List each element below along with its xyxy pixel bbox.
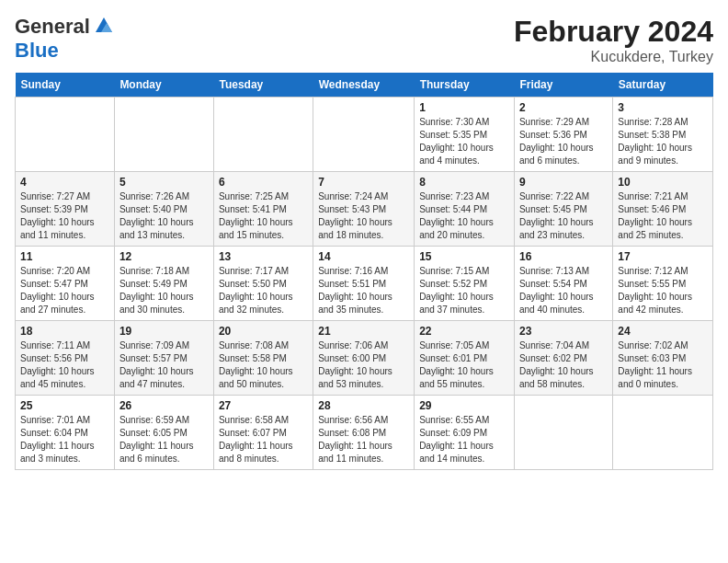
day-info: Sunrise: 7:05 AM Sunset: 6:01 PM Dayligh…: [419, 339, 509, 391]
calendar-cell: 6Sunrise: 7:25 AM Sunset: 5:41 PM Daylig…: [213, 172, 313, 247]
day-info: Sunrise: 6:55 AM Sunset: 6:09 PM Dayligh…: [419, 414, 509, 465]
day-info: Sunrise: 7:08 AM Sunset: 5:58 PM Dayligh…: [219, 339, 308, 391]
day-number: 7: [318, 176, 409, 189]
day-number: 5: [119, 176, 209, 189]
day-number: 25: [20, 399, 109, 412]
calendar-cell: [114, 98, 213, 172]
calendar-week-2: 4Sunrise: 7:27 AM Sunset: 5:39 PM Daylig…: [16, 172, 713, 247]
calendar-cell: 24Sunrise: 7:02 AM Sunset: 6:03 PM Dayli…: [613, 321, 713, 396]
calendar-cell: 20Sunrise: 7:08 AM Sunset: 5:58 PM Dayli…: [213, 321, 313, 396]
header-day-wednesday: Wednesday: [313, 73, 415, 98]
day-number: 12: [119, 250, 209, 263]
day-number: 2: [519, 101, 608, 114]
calendar-cell: 28Sunrise: 6:56 AM Sunset: 6:08 PM Dayli…: [313, 396, 415, 470]
day-info: Sunrise: 7:30 AM Sunset: 5:35 PM Dayligh…: [419, 116, 509, 167]
day-info: Sunrise: 7:29 AM Sunset: 5:36 PM Dayligh…: [519, 116, 608, 167]
day-number: 26: [119, 399, 209, 412]
header-day-tuesday: Tuesday: [213, 73, 313, 98]
calendar-table: SundayMondayTuesdayWednesdayThursdayFrid…: [15, 73, 713, 470]
day-info: Sunrise: 7:28 AM Sunset: 5:38 PM Dayligh…: [618, 116, 708, 167]
calendar-cell: 29Sunrise: 6:55 AM Sunset: 6:09 PM Dayli…: [415, 396, 515, 470]
day-info: Sunrise: 7:25 AM Sunset: 5:41 PM Dayligh…: [219, 190, 308, 242]
logo: General Blue: [15, 15, 114, 63]
calendar-cell: 25Sunrise: 7:01 AM Sunset: 6:04 PM Dayli…: [16, 396, 115, 470]
header-day-thursday: Thursday: [415, 73, 515, 98]
calendar-cell: 10Sunrise: 7:21 AM Sunset: 5:46 PM Dayli…: [613, 172, 713, 247]
day-number: 27: [219, 399, 308, 412]
calendar-cell: 4Sunrise: 7:27 AM Sunset: 5:39 PM Daylig…: [16, 172, 115, 247]
calendar-cell: 14Sunrise: 7:16 AM Sunset: 5:51 PM Dayli…: [313, 247, 415, 321]
day-info: Sunrise: 7:02 AM Sunset: 6:03 PM Dayligh…: [618, 339, 708, 391]
day-info: Sunrise: 6:56 AM Sunset: 6:08 PM Dayligh…: [318, 414, 409, 465]
logo-blue-text: Blue: [15, 39, 59, 62]
day-info: Sunrise: 7:20 AM Sunset: 5:47 PM Dayligh…: [20, 265, 109, 316]
calendar-cell: 22Sunrise: 7:05 AM Sunset: 6:01 PM Dayli…: [415, 321, 515, 396]
calendar-cell: 27Sunrise: 6:58 AM Sunset: 6:07 PM Dayli…: [213, 396, 313, 470]
calendar-cell: 1Sunrise: 7:30 AM Sunset: 5:35 PM Daylig…: [415, 98, 515, 172]
day-number: 14: [318, 250, 409, 263]
day-info: Sunrise: 7:27 AM Sunset: 5:39 PM Dayligh…: [20, 190, 109, 242]
day-number: 11: [20, 250, 109, 263]
day-number: 20: [219, 325, 308, 338]
day-number: 16: [519, 250, 608, 263]
header-day-friday: Friday: [514, 73, 612, 98]
calendar-cell: 26Sunrise: 6:59 AM Sunset: 6:05 PM Dayli…: [114, 396, 213, 470]
day-number: 3: [618, 101, 708, 114]
day-info: Sunrise: 7:24 AM Sunset: 5:43 PM Dayligh…: [318, 190, 409, 242]
day-number: 4: [20, 176, 109, 189]
day-number: 23: [519, 325, 608, 338]
day-info: Sunrise: 7:17 AM Sunset: 5:50 PM Dayligh…: [219, 265, 308, 316]
calendar-cell: 16Sunrise: 7:13 AM Sunset: 5:54 PM Dayli…: [514, 247, 612, 321]
calendar-week-1: 1Sunrise: 7:30 AM Sunset: 5:35 PM Daylig…: [16, 98, 713, 172]
logo-icon: [94, 16, 114, 36]
calendar-cell: 12Sunrise: 7:18 AM Sunset: 5:49 PM Dayli…: [114, 247, 213, 321]
day-number: 19: [119, 325, 209, 338]
calendar-cell: 18Sunrise: 7:11 AM Sunset: 5:56 PM Dayli…: [16, 321, 115, 396]
day-info: Sunrise: 7:22 AM Sunset: 5:45 PM Dayligh…: [519, 190, 608, 242]
calendar-cell: 17Sunrise: 7:12 AM Sunset: 5:55 PM Dayli…: [613, 247, 713, 321]
day-info: Sunrise: 7:18 AM Sunset: 5:49 PM Dayligh…: [119, 265, 209, 316]
day-number: 29: [419, 399, 509, 412]
calendar-week-3: 11Sunrise: 7:20 AM Sunset: 5:47 PM Dayli…: [16, 247, 713, 321]
calendar-cell: 19Sunrise: 7:09 AM Sunset: 5:57 PM Dayli…: [114, 321, 213, 396]
day-info: Sunrise: 6:58 AM Sunset: 6:07 PM Dayligh…: [219, 414, 308, 465]
day-info: Sunrise: 6:59 AM Sunset: 6:05 PM Dayligh…: [119, 414, 209, 465]
day-info: Sunrise: 7:16 AM Sunset: 5:51 PM Dayligh…: [318, 265, 409, 316]
day-info: Sunrise: 7:15 AM Sunset: 5:52 PM Dayligh…: [419, 265, 509, 316]
day-number: 1: [419, 101, 509, 114]
calendar-cell: 11Sunrise: 7:20 AM Sunset: 5:47 PM Dayli…: [16, 247, 115, 321]
day-number: 28: [318, 399, 409, 412]
day-number: 13: [219, 250, 308, 263]
calendar-cell: [613, 396, 713, 470]
calendar-cell: 23Sunrise: 7:04 AM Sunset: 6:02 PM Dayli…: [514, 321, 612, 396]
day-number: 18: [20, 325, 109, 338]
day-info: Sunrise: 7:06 AM Sunset: 6:00 PM Dayligh…: [318, 339, 409, 391]
calendar-cell: 13Sunrise: 7:17 AM Sunset: 5:50 PM Dayli…: [213, 247, 313, 321]
calendar-cell: 5Sunrise: 7:26 AM Sunset: 5:40 PM Daylig…: [114, 172, 213, 247]
day-info: Sunrise: 7:11 AM Sunset: 5:56 PM Dayligh…: [20, 339, 109, 391]
day-number: 6: [219, 176, 308, 189]
day-info: Sunrise: 7:09 AM Sunset: 5:57 PM Dayligh…: [119, 339, 209, 391]
calendar-subtitle: Kucukdere, Turkey: [514, 49, 713, 65]
calendar-cell: 7Sunrise: 7:24 AM Sunset: 5:43 PM Daylig…: [313, 172, 415, 247]
calendar-week-5: 25Sunrise: 7:01 AM Sunset: 6:04 PM Dayli…: [16, 396, 713, 470]
day-info: Sunrise: 7:21 AM Sunset: 5:46 PM Dayligh…: [618, 190, 708, 242]
header-day-saturday: Saturday: [613, 73, 713, 98]
day-info: Sunrise: 7:13 AM Sunset: 5:54 PM Dayligh…: [519, 265, 608, 316]
day-number: 22: [419, 325, 509, 338]
day-number: 8: [419, 176, 509, 189]
calendar-cell: 2Sunrise: 7:29 AM Sunset: 5:36 PM Daylig…: [514, 98, 612, 172]
day-info: Sunrise: 7:01 AM Sunset: 6:04 PM Dayligh…: [20, 414, 109, 465]
header-row: SundayMondayTuesdayWednesdayThursdayFrid…: [16, 73, 713, 98]
calendar-cell: [514, 396, 612, 470]
calendar-cell: 3Sunrise: 7:28 AM Sunset: 5:38 PM Daylig…: [613, 98, 713, 172]
header-day-sunday: Sunday: [16, 73, 115, 98]
calendar-cell: [213, 98, 313, 172]
calendar-cell: [313, 98, 415, 172]
calendar-cell: 8Sunrise: 7:23 AM Sunset: 5:44 PM Daylig…: [415, 172, 515, 247]
day-info: Sunrise: 7:04 AM Sunset: 6:02 PM Dayligh…: [519, 339, 608, 391]
title-block: February 2024 Kucukdere, Turkey: [514, 15, 713, 65]
logo-general-text: General: [15, 15, 90, 39]
calendar-cell: [16, 98, 115, 172]
day-number: 17: [618, 250, 708, 263]
